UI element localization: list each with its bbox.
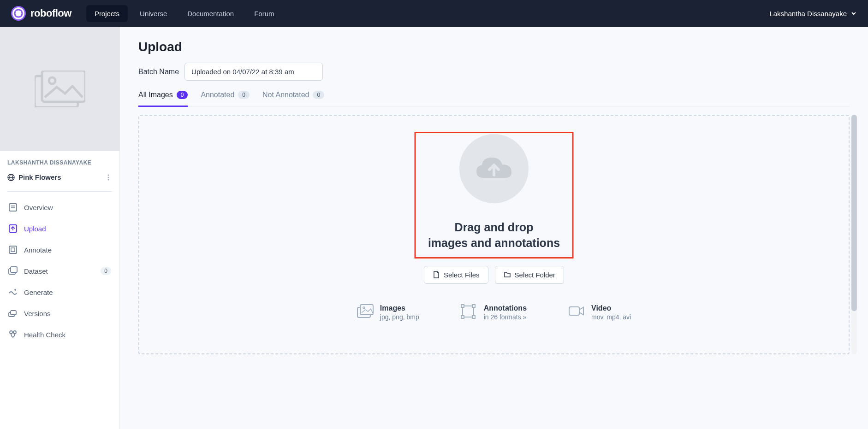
highlight-box: [415, 132, 574, 259]
batch-name-row: Batch Name: [138, 63, 850, 81]
tab-badge: 0: [238, 91, 250, 99]
generate-icon: [8, 288, 18, 297]
logo-text: roboflow: [30, 7, 71, 19]
dropzone-buttons: Select Files Select Folder: [149, 266, 839, 284]
sidebar-preview-area: [0, 27, 119, 151]
globe-icon: [7, 174, 15, 181]
format-annotations[interactable]: Annotations in 26 formats »: [461, 304, 527, 321]
folder-icon: [504, 271, 511, 278]
svg-rect-11: [9, 204, 17, 211]
annotations-format-icon: [461, 304, 477, 319]
workspace-label: LAKSHANTHA DISSANAYAKE: [7, 159, 112, 166]
top-navigation: roboflow Projects Universe Documentation…: [0, 0, 868, 27]
image-stack-placeholder-icon: [35, 71, 85, 107]
sidebar-item-dataset[interactable]: Dataset 0: [4, 261, 116, 281]
tab-annotated[interactable]: Annotated 0: [201, 91, 250, 107]
dataset-count-badge: 0: [101, 267, 111, 275]
batch-name-label: Batch Name: [138, 68, 179, 76]
sidebar-item-overview[interactable]: Overview: [4, 197, 116, 217]
images-format-icon: [357, 304, 374, 319]
scrollbar[interactable]: [851, 115, 857, 354]
sidebar-item-annotate[interactable]: Annotate: [4, 240, 116, 260]
dropzone-wrapper: Drag and drop images and annotations Sel…: [138, 115, 850, 354]
svg-rect-30: [472, 305, 475, 307]
tab-badge: 0: [313, 91, 324, 99]
svg-rect-22: [11, 311, 16, 315]
svg-rect-32: [472, 316, 475, 318]
tab-not-annotated[interactable]: Not Annotated 0: [262, 91, 324, 107]
annotate-icon: [8, 245, 18, 254]
svg-rect-18: [11, 267, 17, 272]
nav-item-documentation[interactable]: Documentation: [179, 5, 242, 22]
svg-rect-29: [461, 305, 464, 307]
nav-item-forum[interactable]: Forum: [246, 5, 282, 22]
svg-point-10: [108, 179, 109, 180]
svg-rect-3: [42, 71, 85, 102]
versions-icon: [8, 309, 18, 318]
format-images: Images jpg, png, bmp: [357, 304, 419, 321]
video-format-icon: [568, 304, 585, 319]
svg-rect-33: [569, 307, 579, 315]
nav-left: roboflow Projects Universe Documentation…: [11, 5, 283, 22]
sidebar-item-health-check[interactable]: Health Check: [4, 324, 116, 345]
roboflow-logo-icon: [11, 6, 26, 21]
nav-item-universe[interactable]: Universe: [131, 5, 175, 22]
sidebar-divider: [7, 191, 112, 192]
dataset-icon: [8, 266, 18, 276]
more-vertical-icon[interactable]: [105, 174, 112, 181]
upload-dropzone[interactable]: Drag and drop images and annotations Sel…: [138, 115, 850, 354]
nav-items: Projects Universe Documentation Forum: [86, 5, 283, 22]
page-title: Upload: [138, 40, 850, 54]
select-folder-button[interactable]: Select Folder: [495, 266, 564, 284]
health-check-icon: [8, 330, 18, 339]
tab-badge: 0: [177, 91, 188, 99]
tabs: All Images 0 Annotated 0 Not Annotated 0: [138, 91, 850, 106]
sidebar-item-generate[interactable]: Generate: [4, 282, 116, 302]
user-menu[interactable]: Lakshantha Dissanayake: [769, 10, 857, 18]
svg-point-9: [108, 176, 109, 178]
file-icon: [433, 271, 440, 278]
sidebar-menu: Overview Upload Annotate Dataset 0 Gener…: [0, 197, 119, 345]
svg-point-23: [10, 331, 12, 334]
chevron-down-icon: [850, 10, 857, 17]
svg-point-24: [13, 331, 16, 334]
tab-all-images[interactable]: All Images 0: [138, 91, 188, 107]
batch-name-input[interactable]: [184, 63, 323, 81]
main-content: Upload Batch Name All Images 0 Annotated…: [120, 27, 868, 429]
svg-point-8: [108, 174, 109, 176]
upload-icon: [8, 224, 18, 233]
svg-rect-15: [9, 246, 17, 253]
user-name: Lakshantha Dissanayake: [769, 10, 847, 18]
project-row[interactable]: Pink Flowers: [7, 170, 112, 184]
format-video: Video mov, mp4, avi: [568, 304, 631, 321]
sidebar: LAKSHANTHA DISSANAYAKE Pink Flowers: [0, 27, 120, 429]
scrollbar-thumb[interactable]: [851, 115, 857, 311]
svg-rect-16: [11, 248, 15, 252]
select-files-button[interactable]: Select Files: [424, 266, 488, 284]
project-name: Pink Flowers: [7, 173, 61, 181]
logo[interactable]: roboflow: [11, 6, 71, 21]
format-row: Images jpg, png, bmp Annotations in 26 f…: [149, 304, 839, 321]
sidebar-item-upload[interactable]: Upload: [4, 218, 116, 239]
overview-icon: [8, 203, 18, 212]
nav-item-projects[interactable]: Projects: [86, 5, 128, 22]
workspace-section: LAKSHANTHA DISSANAYAKE Pink Flowers: [0, 151, 119, 188]
svg-rect-31: [461, 316, 464, 318]
sidebar-item-versions[interactable]: Versions: [4, 303, 116, 323]
